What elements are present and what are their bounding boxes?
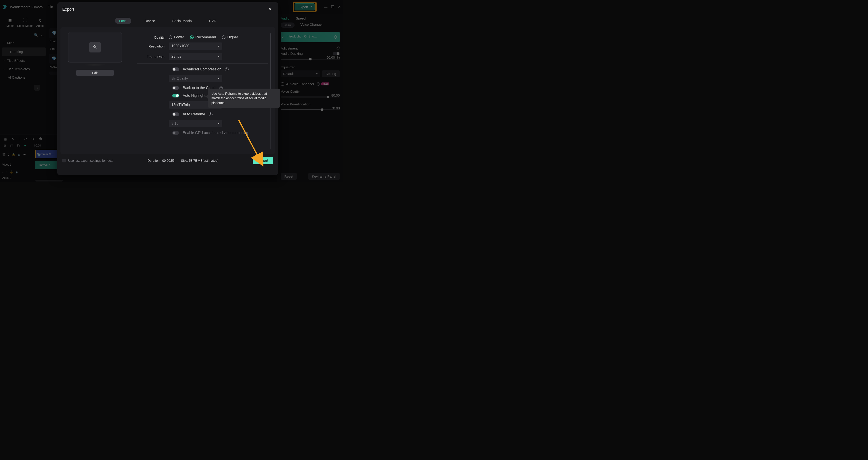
select-frame-rate[interactable]: 25 fps xyxy=(168,53,222,60)
lock-icon[interactable]: 🔒 xyxy=(12,153,15,156)
track-label: Audio 1 xyxy=(2,176,11,179)
equalizer-setting-button[interactable]: Setting xyxy=(322,70,340,77)
select-resolution[interactable]: 1920x1080 xyxy=(168,42,222,50)
toggle-gpu-encoding[interactable] xyxy=(172,131,179,135)
export-tab-dvd[interactable]: DVD xyxy=(205,18,220,24)
sidebar-item-trending[interactable]: Trending xyxy=(2,47,46,56)
stock-media-tab[interactable]: ⛶Stock Media xyxy=(17,17,33,28)
label-auto-reframe: Auto Reframe xyxy=(183,112,205,116)
tab-speed[interactable]: Speed xyxy=(296,17,306,20)
window-close-icon[interactable]: ✕ xyxy=(337,4,342,9)
radio-quality-recommend[interactable]: Recommend xyxy=(190,35,216,39)
chevron-right-icon: ▸ xyxy=(4,68,5,70)
edit-button[interactable]: Edit xyxy=(76,70,114,76)
reset-button[interactable]: Reset xyxy=(281,173,297,180)
audio-tab[interactable]: ♫Audio xyxy=(36,17,44,28)
lock-icon[interactable]: 🔒 xyxy=(10,170,13,173)
subtab-voice-changer[interactable]: Voice Changer xyxy=(301,23,323,28)
audio-label: Audio xyxy=(36,24,44,28)
label-frame-rate: Frame Rate xyxy=(137,55,168,59)
radio-icon[interactable] xyxy=(281,82,284,86)
toggle-audio-ducking[interactable] xyxy=(333,52,340,56)
keyframe-panel-button[interactable]: Keyframe Panel xyxy=(308,173,340,180)
toggle-advanced-compression[interactable] xyxy=(172,67,179,71)
clip-handle-icon[interactable] xyxy=(334,35,337,39)
media-tab[interactable]: ▣Media xyxy=(6,17,14,28)
section-adjustment: Adjustment xyxy=(281,46,298,50)
chevron-down-icon xyxy=(218,78,220,79)
music-icon: ♪ xyxy=(37,163,39,167)
sidebar-item-ai-captions[interactable]: AI Captions xyxy=(0,73,48,81)
radio-quality-lower[interactable]: Lower xyxy=(168,35,184,39)
tool-add-media-icon[interactable]: ⧉ xyxy=(4,144,6,148)
select-value: 15s(TikTok) xyxy=(172,103,190,107)
select-compression-mode: By Quality xyxy=(168,75,222,82)
back-button[interactable]: ‹ xyxy=(34,85,40,91)
tool-link-icon[interactable]: ⊟ xyxy=(10,143,13,148)
window-maximize-icon[interactable]: ❐ xyxy=(330,4,335,9)
export-tab-social-media[interactable]: Social Media xyxy=(168,18,196,24)
chevron-right-icon: ▸ xyxy=(4,59,5,62)
tab-audio[interactable]: Audio xyxy=(281,17,289,20)
sidebar-item-label: Title Templates xyxy=(7,67,30,71)
value-size: 53.75 MB(estimated) xyxy=(189,159,218,162)
track-header-video[interactable]: 🎬1 🔒 🔈 👁 xyxy=(2,150,32,160)
audio-icon: ♫ xyxy=(37,17,43,23)
timecode: 00:00 xyxy=(34,144,47,147)
tool-marker-icon[interactable]: ⎘ xyxy=(17,144,20,148)
mute-icon[interactable]: 🔈 xyxy=(16,170,19,173)
app-title: Wondershare Filmora xyxy=(10,5,43,9)
radio-label: Lower xyxy=(174,35,184,39)
slider-audio-ducking[interactable] xyxy=(281,59,340,60)
export-tab-device[interactable]: Device xyxy=(141,18,159,24)
chevron-down-icon xyxy=(218,46,220,47)
slider-voice-beautification[interactable] xyxy=(281,109,340,110)
window-minimize-icon[interactable]: — xyxy=(323,4,328,9)
mute-icon[interactable]: 🔈 xyxy=(18,153,21,156)
redo-icon[interactable]: ↷ xyxy=(31,137,34,141)
toggle-auto-highlight[interactable] xyxy=(172,94,179,97)
search-placeholder: S… xyxy=(39,33,45,37)
sidebar-item-title-templates[interactable]: ▸Title Templates xyxy=(0,65,48,73)
help-icon[interactable]: ? xyxy=(225,67,229,71)
help-icon[interactable]: ? xyxy=(209,112,213,116)
menu-file[interactable]: File xyxy=(46,4,55,9)
help-icon[interactable]: ? xyxy=(316,82,319,86)
radio-quality-higher[interactable]: Higher xyxy=(222,35,238,39)
dialog-close-button[interactable]: ✕ xyxy=(267,6,273,13)
toggle-auto-reframe[interactable] xyxy=(172,112,179,116)
sidebar-item-title-effects[interactable]: ▸Title Effects xyxy=(0,56,48,65)
checkbox-use-last-settings[interactable] xyxy=(62,159,66,162)
keyframe-diamond-icon[interactable] xyxy=(337,46,340,50)
label-size: Size: xyxy=(181,159,188,162)
select-value: Default xyxy=(283,72,294,76)
chevron-right-icon: ▸ xyxy=(4,41,5,44)
stock-media-icon: ⛶ xyxy=(22,17,28,23)
label-voice-clarity: Voice Clarity xyxy=(281,90,300,93)
audio-clip-preview[interactable]: ♪ Introduction Of Sho… xyxy=(281,32,340,42)
svg-line-0 xyxy=(239,120,262,164)
export-tab-local[interactable]: Local xyxy=(115,18,131,24)
export-button[interactable]: Export xyxy=(294,3,315,10)
visibility-icon[interactable]: 👁 xyxy=(23,153,26,156)
track-label: Video 1 xyxy=(2,163,11,166)
delete-icon[interactable]: 🗑 xyxy=(39,137,42,141)
timeline-clip-audio[interactable]: ♪ Introduc… xyxy=(35,161,60,169)
export-dialog: Export ✕ Local Device Social Media DVD ✎… xyxy=(57,2,278,175)
tool-pointer-icon[interactable]: ↖ xyxy=(11,137,14,141)
dialog-title: Export xyxy=(62,7,74,12)
timeline-clip-video[interactable]: Summer V… 💎 xyxy=(35,150,60,158)
subtab-basic[interactable]: Basic xyxy=(281,23,294,28)
search-icon[interactable]: 🔍 xyxy=(34,33,38,37)
video-track-icon: 🎬 xyxy=(2,153,6,156)
tool-effects-icon[interactable]: ✦ xyxy=(24,143,27,148)
slider-voice-clarity[interactable] xyxy=(281,97,340,97)
sidebar-item-mine[interactable]: ▸Mine xyxy=(0,39,48,47)
label-duration: Duration: xyxy=(148,159,160,162)
select-equalizer-preset[interactable]: Default xyxy=(281,70,320,77)
timeline-scrollbar[interactable] xyxy=(35,180,63,182)
tool-grid-icon[interactable]: ▦ xyxy=(4,137,7,141)
radio-label: Recommend xyxy=(195,35,216,39)
undo-icon[interactable]: ↶ xyxy=(24,137,27,141)
toggle-backup-cloud[interactable] xyxy=(172,86,179,90)
